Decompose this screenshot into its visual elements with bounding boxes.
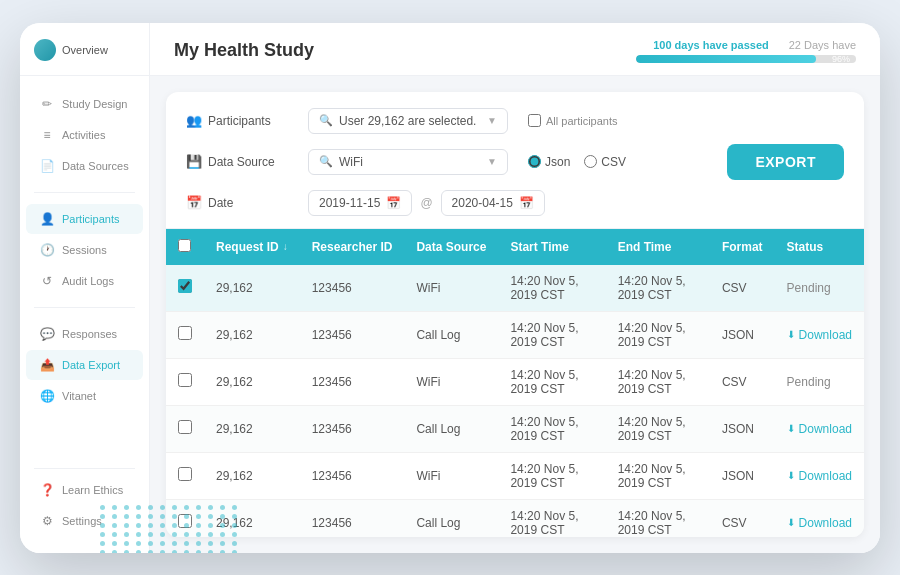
decoration-dot: [232, 514, 237, 519]
date-start-field[interactable]: 2019-11-15 📅: [308, 190, 412, 216]
date-range: 2019-11-15 📅 @ 2020-04-15 📅: [308, 190, 545, 216]
sidebar-item-data-export[interactable]: 📤 Data Export: [26, 350, 143, 380]
sidebar-item-label: Study Design: [62, 98, 127, 110]
decoration-dot: [172, 550, 177, 553]
sidebar-item-learn-ethics[interactable]: ❓ Learn Ethics: [26, 475, 143, 505]
row-checkbox[interactable]: [178, 467, 192, 481]
cell-status: ⬇ Download: [775, 452, 864, 499]
participants-input[interactable]: [339, 114, 481, 128]
date-end-field[interactable]: 2020-04-15 📅: [441, 190, 545, 216]
sidebar-item-participants[interactable]: 👤 Participants: [26, 204, 143, 234]
participants-filter-icon: 👥: [186, 113, 202, 128]
decoration-dot: [136, 505, 141, 510]
data-source-filter-row: 💾 Data Source 🔍 ▼ Json: [186, 144, 844, 180]
cell-checkbox[interactable]: [166, 358, 204, 405]
decoration-dot: [136, 523, 141, 528]
download-arrow-icon: ⬇: [787, 517, 795, 528]
table-header-row: Request ID ↓ Researcher ID Data Source S…: [166, 229, 864, 265]
table-row: 29,162 123456 Call Log 14:20 Nov 5, 2019…: [166, 311, 864, 358]
progress-area: 100 days have passed 22 Days have 96%: [636, 39, 856, 63]
data-source-input-wrap[interactable]: 🔍 ▼: [308, 149, 508, 175]
cell-data-source: Call Log: [404, 405, 498, 452]
row-checkbox[interactable]: [178, 420, 192, 434]
csv-radio-option[interactable]: CSV: [584, 155, 626, 169]
decoration-dot: [100, 514, 105, 519]
cell-request-id: 29,162: [204, 452, 300, 499]
table-header: Request ID ↓ Researcher ID Data Source S…: [166, 229, 864, 265]
participants-dropdown-arrow[interactable]: ▼: [487, 115, 497, 126]
row-checkbox[interactable]: [178, 326, 192, 340]
sidebar-divider-2: [34, 307, 135, 308]
cell-checkbox[interactable]: [166, 265, 204, 312]
csv-radio[interactable]: [584, 155, 597, 168]
sidebar-section-3: 💬 Responses 📤 Data Export 🌐 Vitanet: [20, 314, 149, 416]
row-checkbox[interactable]: [178, 373, 192, 387]
table-row: 29,162 123456 WiFi 14:20 Nov 5, 2019 CST…: [166, 358, 864, 405]
decoration-dot: [220, 514, 225, 519]
download-arrow-icon: ⬇: [787, 329, 795, 340]
data-source-dropdown-arrow[interactable]: ▼: [487, 156, 497, 167]
json-radio[interactable]: [528, 155, 541, 168]
row-checkbox[interactable]: [178, 279, 192, 293]
decoration-dot: [208, 505, 213, 510]
download-link[interactable]: ⬇ Download: [787, 516, 852, 530]
download-link[interactable]: ⬇ Download: [787, 328, 852, 342]
participants-filter-label: 👥 Participants: [186, 113, 296, 128]
cell-checkbox[interactable]: [166, 311, 204, 358]
download-link[interactable]: ⬇ Download: [787, 422, 852, 436]
sidebar-item-data-sources[interactable]: 📄 Data Sources: [26, 151, 143, 181]
decoration-dot: [136, 532, 141, 537]
status-pending: Pending: [787, 281, 831, 295]
participants-filter-row: 👥 Participants 🔍 ▼ All participants: [186, 108, 844, 134]
decoration-dot: [232, 505, 237, 510]
sidebar-item-study-design[interactable]: ✏ Study Design: [26, 89, 143, 119]
decoration-dot: [136, 550, 141, 553]
decoration-dot: [160, 505, 165, 510]
cell-format: JSON: [710, 311, 775, 358]
decoration-dot: [232, 541, 237, 546]
data-source-filter-icon: 💾: [186, 154, 202, 169]
vitanet-icon: 🌐: [40, 389, 54, 403]
sidebar-item-responses[interactable]: 💬 Responses: [26, 319, 143, 349]
json-radio-option[interactable]: Json: [528, 155, 570, 169]
decoration-dot: [208, 523, 213, 528]
th-researcher-id: Researcher ID: [300, 229, 405, 265]
days-passed-label: 100 days have passed: [653, 39, 769, 51]
cell-end-time: 14:20 Nov 5, 2019 CST: [606, 499, 710, 537]
table-row: 29,162 123456 Call Log 14:20 Nov 5, 2019…: [166, 405, 864, 452]
th-end-time: End Time: [606, 229, 710, 265]
study-design-icon: ✏: [40, 97, 54, 111]
cell-checkbox[interactable]: [166, 405, 204, 452]
decoration-dot: [172, 541, 177, 546]
sidebar-item-sessions[interactable]: 🕐 Sessions: [26, 235, 143, 265]
decoration-dot: [196, 550, 201, 553]
cell-end-time: 14:20 Nov 5, 2019 CST: [606, 452, 710, 499]
sidebar-item-label: Participants: [62, 213, 119, 225]
export-button[interactable]: EXPORT: [727, 144, 844, 180]
decoration-dot: [112, 541, 117, 546]
cell-data-source: WiFi: [404, 452, 498, 499]
activities-icon: ≡: [40, 128, 54, 142]
sidebar-item-activities[interactable]: ≡ Activities: [26, 120, 143, 150]
sidebar-item-label: Data Export: [62, 359, 120, 371]
select-all-checkbox[interactable]: [178, 239, 191, 252]
decoration-dot: [124, 550, 129, 553]
sidebar-item-audit-logs[interactable]: ↺ Audit Logs: [26, 266, 143, 296]
data-source-input[interactable]: [339, 155, 481, 169]
page-title: My Health Study: [174, 40, 314, 61]
decoration-dot: [124, 541, 129, 546]
decoration-dot: [112, 550, 117, 553]
cell-request-id: 29,162: [204, 311, 300, 358]
request-id-sort[interactable]: Request ID ↓: [216, 240, 288, 254]
download-arrow-icon: ⬇: [787, 470, 795, 481]
sidebar-item-vitanet[interactable]: 🌐 Vitanet: [26, 381, 143, 411]
participants-input-wrap[interactable]: 🔍 ▼: [308, 108, 508, 134]
all-participants-checkbox[interactable]: [528, 114, 541, 127]
decoration-dot: [160, 550, 165, 553]
cell-checkbox[interactable]: [166, 452, 204, 499]
cell-request-id: 29,162: [204, 265, 300, 312]
decoration-dot: [160, 523, 165, 528]
decoration-dot: [220, 550, 225, 553]
progress-labels: 100 days have passed 22 Days have: [653, 39, 856, 51]
download-link[interactable]: ⬇ Download: [787, 469, 852, 483]
